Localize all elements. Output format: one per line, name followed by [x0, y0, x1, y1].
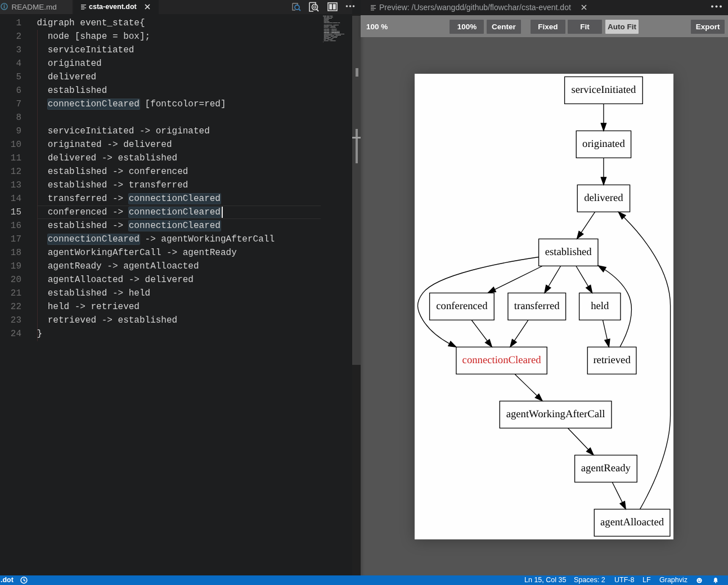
svg-text:agentAlloacted: agentAlloacted: [600, 517, 664, 528]
svg-text:delivered: delivered: [584, 193, 623, 204]
svg-text:established: established: [545, 247, 592, 258]
svg-text:agentReady: agentReady: [581, 463, 631, 474]
svg-text:conferenced: conferenced: [436, 301, 487, 312]
svg-text:originated: originated: [582, 139, 625, 150]
svg-text:held: held: [591, 301, 609, 312]
svg-text:retrieved: retrieved: [593, 355, 630, 366]
svg-text:transferred: transferred: [514, 301, 560, 312]
svg-text:connectionCleared: connectionCleared: [462, 355, 541, 366]
svg-text:agentWorkingAfterCall: agentWorkingAfterCall: [506, 409, 605, 420]
svg-text:serviceInitiated: serviceInitiated: [571, 84, 636, 96]
